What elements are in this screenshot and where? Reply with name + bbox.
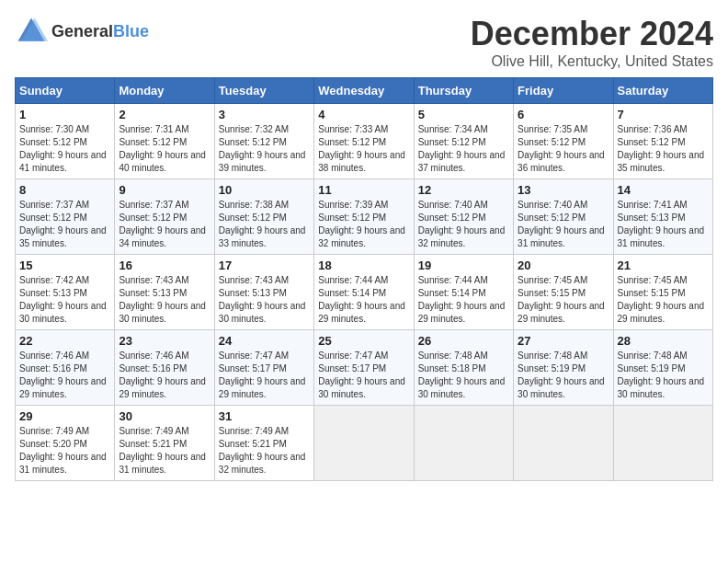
day-number: 7 [618, 108, 709, 121]
day-info: Sunrise: 7:49 AMSunset: 5:20 PMDaylight:… [19, 425, 110, 477]
calendar-day-cell: 25Sunrise: 7:47 AMSunset: 5:17 PMDayligh… [314, 330, 414, 406]
calendar-day-cell: 22Sunrise: 7:46 AMSunset: 5:16 PMDayligh… [16, 330, 115, 406]
day-info: Sunrise: 7:40 AMSunset: 5:12 PMDaylight:… [518, 199, 609, 250]
calendar-day-cell: 16Sunrise: 7:43 AMSunset: 5:13 PMDayligh… [115, 255, 214, 330]
day-of-week-header: Sunday [16, 78, 115, 104]
day-number: 13 [518, 183, 609, 197]
day-number: 14 [618, 183, 709, 197]
day-of-week-header: Tuesday [214, 78, 313, 104]
day-number: 10 [219, 183, 310, 197]
day-number: 28 [618, 334, 709, 348]
day-info: Sunrise: 7:47 AMSunset: 5:17 PMDaylight:… [219, 350, 310, 401]
logo-icon [15, 15, 48, 48]
location-subtitle: Olive Hill, Kentucky, United States [471, 53, 713, 70]
day-of-week-header: Wednesday [314, 78, 414, 104]
day-number: 24 [219, 334, 310, 348]
day-number: 9 [119, 183, 210, 197]
calendar-day-cell: 11Sunrise: 7:39 AMSunset: 5:12 PMDayligh… [314, 179, 414, 255]
calendar-day-cell: 21Sunrise: 7:45 AMSunset: 5:15 PMDayligh… [613, 255, 712, 330]
calendar-day-cell: 5Sunrise: 7:34 AMSunset: 5:12 PMDaylight… [414, 104, 513, 179]
day-of-week-header: Thursday [414, 78, 513, 104]
calendar-day-cell: 4Sunrise: 7:33 AMSunset: 5:12 PMDaylight… [314, 104, 414, 179]
calendar-day-cell: 6Sunrise: 7:35 AMSunset: 5:12 PMDaylight… [514, 104, 613, 179]
day-number: 30 [119, 409, 210, 423]
calendar-day-cell [613, 406, 712, 481]
day-info: Sunrise: 7:47 AMSunset: 5:17 PMDaylight:… [318, 350, 409, 401]
day-info: Sunrise: 7:44 AMSunset: 5:14 PMDaylight:… [418, 274, 509, 326]
calendar-day-cell: 18Sunrise: 7:44 AMSunset: 5:14 PMDayligh… [314, 255, 414, 330]
day-info: Sunrise: 7:46 AMSunset: 5:16 PMDaylight:… [19, 350, 110, 401]
day-number: 2 [119, 108, 210, 121]
calendar-day-cell: 1Sunrise: 7:30 AMSunset: 5:12 PMDaylight… [16, 104, 115, 179]
day-info: Sunrise: 7:30 AMSunset: 5:12 PMDaylight:… [19, 123, 110, 175]
calendar-week-row: 15Sunrise: 7:42 AMSunset: 5:13 PMDayligh… [16, 255, 713, 330]
day-info: Sunrise: 7:48 AMSunset: 5:18 PMDaylight:… [418, 350, 509, 401]
day-number: 3 [219, 108, 310, 121]
day-info: Sunrise: 7:39 AMSunset: 5:12 PMDaylight:… [318, 199, 409, 250]
day-info: Sunrise: 7:32 AMSunset: 5:12 PMDaylight:… [219, 123, 310, 175]
calendar-day-cell: 7Sunrise: 7:36 AMSunset: 5:12 PMDaylight… [613, 104, 712, 179]
day-number: 29 [19, 409, 110, 423]
month-year-title: December 2024 [471, 15, 713, 53]
day-info: Sunrise: 7:44 AMSunset: 5:14 PMDaylight:… [318, 274, 409, 326]
calendar-day-cell: 2Sunrise: 7:31 AMSunset: 5:12 PMDaylight… [115, 104, 214, 179]
calendar-day-cell [514, 406, 613, 481]
day-of-week-header: Monday [115, 78, 214, 104]
day-number: 20 [518, 259, 609, 272]
day-number: 27 [518, 334, 609, 348]
calendar-table: SundayMondayTuesdayWednesdayThursdayFrid… [15, 77, 713, 481]
calendar-day-cell: 12Sunrise: 7:40 AMSunset: 5:12 PMDayligh… [414, 179, 513, 255]
day-of-week-header: Saturday [613, 78, 712, 104]
calendar-week-row: 22Sunrise: 7:46 AMSunset: 5:16 PMDayligh… [16, 330, 713, 406]
day-info: Sunrise: 7:33 AMSunset: 5:12 PMDaylight:… [318, 123, 409, 175]
calendar-week-row: 29Sunrise: 7:49 AMSunset: 5:20 PMDayligh… [16, 406, 713, 481]
day-number: 18 [318, 259, 409, 272]
day-info: Sunrise: 7:34 AMSunset: 5:12 PMDaylight:… [418, 123, 509, 175]
day-info: Sunrise: 7:48 AMSunset: 5:19 PMDaylight:… [518, 350, 609, 401]
day-of-week-header: Friday [514, 78, 613, 104]
calendar-day-cell: 26Sunrise: 7:48 AMSunset: 5:18 PMDayligh… [414, 330, 513, 406]
day-number: 12 [418, 183, 509, 197]
logo: GeneralBlue [15, 15, 149, 48]
calendar-day-cell: 14Sunrise: 7:41 AMSunset: 5:13 PMDayligh… [613, 179, 712, 255]
day-number: 15 [19, 259, 110, 272]
day-info: Sunrise: 7:36 AMSunset: 5:12 PMDaylight:… [618, 123, 709, 175]
calendar-day-cell: 27Sunrise: 7:48 AMSunset: 5:19 PMDayligh… [514, 330, 613, 406]
day-number: 26 [418, 334, 509, 348]
day-info: Sunrise: 7:43 AMSunset: 5:13 PMDaylight:… [219, 274, 310, 326]
page-header: GeneralBlue December 2024 Olive Hill, Ke… [15, 15, 713, 70]
day-info: Sunrise: 7:42 AMSunset: 5:13 PMDaylight:… [19, 274, 110, 326]
day-info: Sunrise: 7:49 AMSunset: 5:21 PMDaylight:… [119, 425, 210, 477]
calendar-day-cell: 15Sunrise: 7:42 AMSunset: 5:13 PMDayligh… [16, 255, 115, 330]
calendar-day-cell: 31Sunrise: 7:49 AMSunset: 5:21 PMDayligh… [214, 406, 313, 481]
day-number: 25 [318, 334, 409, 348]
day-number: 5 [418, 108, 509, 121]
title-area: December 2024 Olive Hill, Kentucky, Unit… [471, 15, 713, 70]
calendar-day-cell [314, 406, 414, 481]
day-info: Sunrise: 7:41 AMSunset: 5:13 PMDaylight:… [618, 199, 709, 250]
calendar-day-cell: 23Sunrise: 7:46 AMSunset: 5:16 PMDayligh… [115, 330, 214, 406]
calendar-week-row: 1Sunrise: 7:30 AMSunset: 5:12 PMDaylight… [16, 104, 713, 179]
day-info: Sunrise: 7:43 AMSunset: 5:13 PMDaylight:… [119, 274, 210, 326]
day-info: Sunrise: 7:45 AMSunset: 5:15 PMDaylight:… [618, 274, 709, 326]
calendar-day-cell: 3Sunrise: 7:32 AMSunset: 5:12 PMDaylight… [214, 104, 313, 179]
calendar-day-cell: 10Sunrise: 7:38 AMSunset: 5:12 PMDayligh… [214, 179, 313, 255]
calendar-week-row: 8Sunrise: 7:37 AMSunset: 5:12 PMDaylight… [16, 179, 713, 255]
day-info: Sunrise: 7:48 AMSunset: 5:19 PMDaylight:… [618, 350, 709, 401]
day-number: 11 [318, 183, 409, 197]
calendar-day-cell: 28Sunrise: 7:48 AMSunset: 5:19 PMDayligh… [613, 330, 712, 406]
day-number: 1 [19, 108, 110, 121]
day-info: Sunrise: 7:35 AMSunset: 5:12 PMDaylight:… [518, 123, 609, 175]
calendar-day-cell: 8Sunrise: 7:37 AMSunset: 5:12 PMDaylight… [16, 179, 115, 255]
day-info: Sunrise: 7:49 AMSunset: 5:21 PMDaylight:… [219, 425, 310, 477]
calendar-day-cell: 9Sunrise: 7:37 AMSunset: 5:12 PMDaylight… [115, 179, 214, 255]
calendar-day-cell: 30Sunrise: 7:49 AMSunset: 5:21 PMDayligh… [115, 406, 214, 481]
day-number: 22 [19, 334, 110, 348]
day-number: 16 [119, 259, 210, 272]
calendar-day-cell: 19Sunrise: 7:44 AMSunset: 5:14 PMDayligh… [414, 255, 513, 330]
day-info: Sunrise: 7:40 AMSunset: 5:12 PMDaylight:… [418, 199, 509, 250]
calendar-day-cell: 24Sunrise: 7:47 AMSunset: 5:17 PMDayligh… [214, 330, 313, 406]
day-info: Sunrise: 7:45 AMSunset: 5:15 PMDaylight:… [518, 274, 609, 326]
day-number: 4 [318, 108, 409, 121]
calendar-day-cell [414, 406, 513, 481]
